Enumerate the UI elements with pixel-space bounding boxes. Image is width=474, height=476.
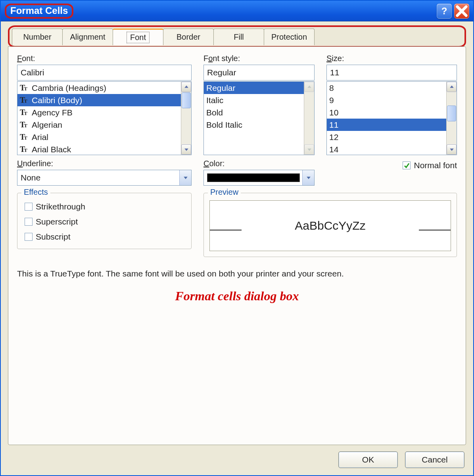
color-combo[interactable] — [203, 170, 315, 186]
list-item[interactable]: 12 — [327, 131, 446, 143]
titlebar[interactable]: Format Cells ? — [1, 1, 473, 21]
scrollbar — [304, 82, 314, 155]
color-label: Color: — [203, 159, 315, 168]
list-item[interactable]: 10 — [327, 106, 446, 119]
tab-fill[interactable]: Fill — [213, 29, 264, 45]
tab-label: Fill — [234, 33, 244, 42]
tabs-annotation: NumberAlignmentFontBorderFillProtection — [8, 25, 466, 48]
scrollbar[interactable] — [181, 82, 191, 155]
checkbox-icon — [25, 218, 33, 226]
annotation-caption: Format cells dialog box — [17, 289, 457, 303]
font-column: Font: TTCambria (Headings)TTCalibri (Bod… — [17, 54, 192, 155]
underline-label: Underline: — [17, 159, 192, 168]
list-item-label: Cambria (Headings) — [32, 83, 106, 93]
list-item[interactable]: Regular — [204, 82, 304, 94]
preview-box: AaBbCcYyZz — [209, 200, 451, 251]
size-label: Size: — [326, 54, 457, 63]
help-button[interactable]: ? — [437, 4, 452, 19]
effects-legend: Effects — [21, 188, 50, 197]
scroll-down-button[interactable] — [447, 144, 457, 155]
preview-legend: Preview — [208, 188, 241, 197]
normal-font-checkbox[interactable]: Normal font — [403, 159, 457, 172]
cancel-button[interactable]: Cancel — [405, 451, 464, 468]
tab-number[interactable]: Number — [12, 29, 63, 45]
scroll-thumb[interactable] — [447, 106, 456, 121]
size-column: Size: 8910111214 — [326, 54, 457, 155]
list-item[interactable]: TTCambria (Headings) — [17, 82, 181, 94]
list-item-label: Agency FB — [32, 108, 73, 117]
client-area: NumberAlignmentFontBorderFillProtection … — [1, 21, 473, 475]
tab-border[interactable]: Border — [163, 29, 214, 45]
list-item-label: Algerian — [32, 120, 62, 130]
list-item[interactable]: Italic — [204, 94, 304, 106]
checkbox-label: Superscript — [36, 217, 78, 226]
scroll-down-button — [304, 144, 314, 155]
checkbox-icon — [25, 203, 33, 211]
titlebar-controls: ? — [437, 4, 471, 19]
font-style-input[interactable] — [203, 65, 315, 81]
tab-protection[interactable]: Protection — [264, 29, 315, 45]
preview-rule-left — [210, 230, 242, 230]
font-style-label: Font style: — [203, 54, 315, 63]
normal-font-label: Normal font — [414, 161, 457, 170]
underline-column: Underline: None — [17, 159, 192, 186]
tab-label: Number — [23, 33, 51, 42]
scroll-down-button[interactable] — [181, 144, 191, 155]
tab-alignment[interactable]: Alignment — [62, 29, 113, 45]
list-item-label: Calibri (Body) — [32, 96, 82, 105]
close-button[interactable] — [454, 4, 469, 19]
scroll-thumb[interactable] — [182, 92, 191, 108]
truetype-icon: TT — [20, 133, 29, 141]
checkbox-label: Strikethrough — [36, 202, 85, 211]
list-item[interactable]: 11 — [327, 119, 446, 131]
list-item[interactable]: TTArial Black — [17, 143, 181, 155]
format-cells-dialog: Format Cells ? NumberAlignmentFontBorder… — [0, 0, 474, 476]
list-item[interactable]: TTCalibri (Body) — [17, 94, 181, 106]
list-item[interactable]: 8 — [327, 82, 446, 94]
size-listbox[interactable]: 8910111214 — [326, 81, 457, 155]
scroll-up-button — [304, 82, 314, 92]
underline-combo[interactable]: None — [17, 170, 192, 186]
ok-button[interactable]: OK — [338, 451, 398, 468]
effects-group-col: Effects StrikethroughSuperscriptSubscrip… — [17, 193, 192, 257]
checkbox-icon — [403, 161, 411, 169]
scroll-up-button[interactable] — [181, 82, 191, 92]
list-item[interactable]: 9 — [327, 94, 446, 106]
list-item[interactable]: TTArial — [17, 131, 181, 143]
effects-group: Effects StrikethroughSuperscriptSubscrip… — [17, 193, 192, 249]
scroll-up-button[interactable] — [447, 82, 457, 92]
preview-group: Preview AaBbCcYyZz — [203, 193, 457, 257]
checkbox-label: Subscript — [36, 232, 71, 242]
tab-label: Font — [128, 33, 148, 42]
font-note: This is a TrueType font. The same font w… — [17, 269, 414, 278]
truetype-icon: TT — [20, 146, 29, 154]
tab-font[interactable]: Font — [113, 29, 163, 45]
list-item[interactable]: TTAgency FB — [17, 106, 181, 119]
subscript-checkbox[interactable]: Subscript — [25, 230, 184, 243]
strikethrough-checkbox[interactable]: Strikethrough — [25, 200, 184, 213]
list-item[interactable]: Bold Italic — [204, 119, 304, 131]
scrollbar[interactable] — [446, 82, 457, 155]
list-item[interactable]: TTAlgerian — [17, 119, 181, 131]
dialog-buttons: OK Cancel — [8, 445, 466, 470]
scroll-track[interactable] — [447, 92, 457, 144]
list-item[interactable]: 14 — [327, 143, 446, 155]
preview-group-col: Preview AaBbCcYyZz — [203, 193, 457, 257]
chevron-down-icon[interactable] — [179, 170, 191, 185]
list-item-label: Arial — [32, 132, 48, 142]
tabs: NumberAlignmentFontBorderFillProtection — [12, 29, 462, 45]
chevron-down-icon[interactable] — [302, 170, 314, 185]
superscript-checkbox[interactable]: Superscript — [25, 215, 184, 228]
scroll-track[interactable] — [181, 92, 191, 144]
font-style-listbox[interactable]: RegularItalicBoldBold Italic — [203, 81, 315, 155]
normal-font-column: Normal font — [326, 159, 457, 186]
font-listbox[interactable]: TTCambria (Headings)TTCalibri (Body)TTAg… — [17, 81, 192, 155]
tab-panel-font: Font: TTCambria (Headings)TTCalibri (Bod… — [8, 46, 466, 445]
list-item[interactable]: Bold — [204, 106, 304, 119]
preview-sample: AaBbCcYyZz — [295, 219, 365, 232]
truetype-icon: TT — [20, 109, 29, 117]
truetype-icon: TT — [20, 121, 29, 129]
font-input[interactable] — [17, 65, 192, 81]
size-input[interactable] — [326, 65, 457, 81]
tab-label: Protection — [271, 33, 307, 42]
